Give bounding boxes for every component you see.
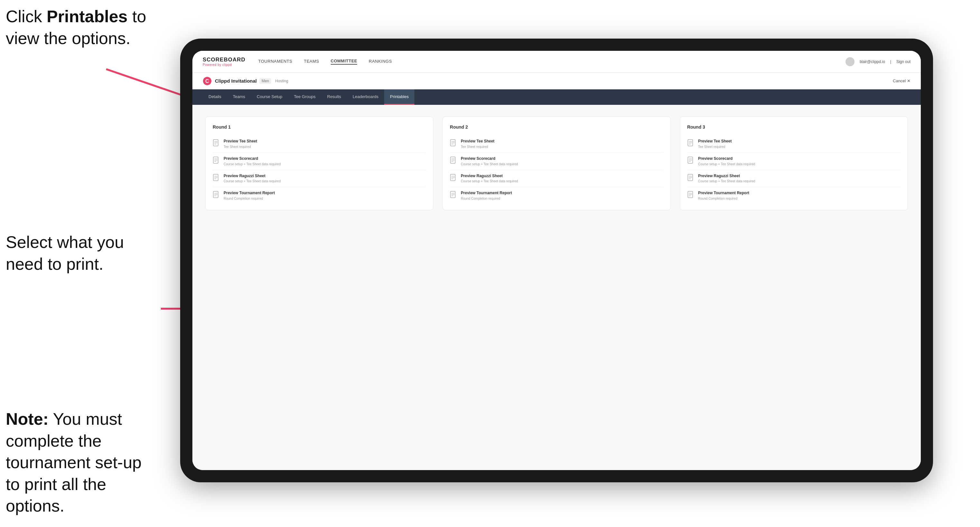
top-nav-links: TOURNAMENTS TEAMS COMMITTEE RANKINGS [258,59,845,65]
pipe-separator: | [890,59,891,64]
r1-report-title: Preview Tournament Report [224,190,275,196]
document-icon [687,191,694,199]
r2-report-title: Preview Tournament Report [461,190,512,196]
nav-teams[interactable]: TEAMS [304,59,319,64]
round-2-col: Round 2 Preview Tee Sheet Tee Sheet requ… [442,116,670,210]
round-2-tee-sheet[interactable]: Preview Tee Sheet Tee Sheet required [450,135,663,153]
note-bold: Note: [6,410,49,428]
round-3-tee-sheet[interactable]: Preview Tee Sheet Tee Sheet required [687,135,900,153]
round-2-raguzzi[interactable]: Preview Raguzzi Sheet Course setup + Tee… [450,170,663,187]
document-icon [450,174,457,182]
round-1-col: Round 1 Preview Tee Sheet Tee Sheet requ… [205,116,433,210]
document-icon [213,157,220,165]
round-3-scorecard[interactable]: Preview Scorecard Course setup + Tee She… [687,153,900,170]
r3-raguzzi-sub: Course setup + Tee Sheet data required [698,179,755,184]
cancel-button[interactable]: Cancel ✕ [893,78,910,83]
brand-title: SCOREBOARD [203,57,245,63]
main-content: Round 1 Preview Tee Sheet Tee Sheet requ… [192,105,921,470]
top-nav-right: blair@clippd.io | Sign out [845,57,910,66]
r3-tee-sub: Tee Sheet required [698,145,732,149]
r1-raguzzi-title: Preview Raguzzi Sheet [224,173,280,179]
tablet-screen: SCOREBOARD Powered by clippd TOURNAMENTS… [192,51,921,470]
round-1-scorecard[interactable]: Preview Scorecard Course setup + Tee She… [213,153,426,170]
round-1-title: Round 1 [213,124,426,130]
tournament-logo-icon: C [203,76,212,86]
annotation-bot: Note: You mustcomplete thetournament set… [6,408,167,517]
round-3-raguzzi[interactable]: Preview Raguzzi Sheet Course setup + Tee… [687,170,900,187]
brand: SCOREBOARD Powered by clippd [203,57,245,67]
r3-raguzzi-title: Preview Raguzzi Sheet [698,173,755,179]
brand-sub: Powered by clippd [203,63,245,67]
tab-teams[interactable]: Teams [227,89,251,105]
r3-report-title: Preview Tournament Report [698,190,749,196]
tab-printables[interactable]: Printables [384,89,414,105]
tab-leaderboards[interactable]: Leaderboards [347,89,384,105]
tab-tee-groups[interactable]: Tee Groups [288,89,321,105]
annotation-top: Click Printables toview the options. [6,6,146,49]
tab-row: Details Teams Course Setup Tee Groups Re… [192,89,921,105]
tournament-badge: Hosting [275,79,288,83]
round-3-tournament-report[interactable]: Preview Tournament Report Round Completi… [687,187,900,204]
svg-text:C: C [205,78,209,84]
r2-report-sub: Round Completion required [461,197,512,201]
user-email: blair@clippd.io [860,59,885,64]
document-icon [450,191,457,199]
r3-scorecard-sub: Course setup + Tee Sheet data required [698,162,755,167]
document-icon [213,139,220,148]
r1-raguzzi-sub: Course setup + Tee Sheet data required [224,179,280,184]
tournament-name: Clippd Invitational [215,78,257,84]
nav-tournaments[interactable]: TOURNAMENTS [258,59,293,64]
rounds-grid: Round 1 Preview Tee Sheet Tee Sheet requ… [205,116,908,210]
document-icon [687,174,694,182]
round-1-tournament-report[interactable]: Preview Tournament Report Round Completi… [213,187,426,204]
tab-results[interactable]: Results [321,89,347,105]
round-3-col: Round 3 Preview Tee Sheet Tee Sheet requ… [680,116,908,210]
tournament-tag: Men [259,78,271,84]
top-nav: SCOREBOARD Powered by clippd TOURNAMENTS… [192,51,921,73]
nav-committee[interactable]: COMMITTEE [331,59,358,65]
round-3-title: Round 3 [687,124,900,130]
r1-scorecard-title: Preview Scorecard [224,156,280,162]
r2-tee-title: Preview Tee Sheet [461,138,495,144]
annotation-mid: Select what youneed to print. [6,232,124,275]
sign-out-link[interactable]: Sign out [896,59,910,64]
document-icon [687,139,694,148]
r1-report-sub: Round Completion required [224,197,275,201]
r2-scorecard-title: Preview Scorecard [461,156,518,162]
r2-raguzzi-title: Preview Raguzzi Sheet [461,173,518,179]
r3-tee-title: Preview Tee Sheet [698,138,732,144]
r3-scorecard-title: Preview Scorecard [698,156,755,162]
nav-rankings[interactable]: RANKINGS [369,59,392,64]
document-icon [213,191,220,199]
round-2-tournament-report[interactable]: Preview Tournament Report Round Completi… [450,187,663,204]
tab-course-setup[interactable]: Course Setup [251,89,288,105]
document-icon [687,157,694,165]
printables-bold: Printables [47,7,127,26]
r3-report-sub: Round Completion required [698,197,749,201]
document-icon [450,139,457,148]
r2-tee-sub: Tee Sheet required [461,145,495,149]
r2-raguzzi-sub: Course setup + Tee Sheet data required [461,179,518,184]
round-1-raguzzi[interactable]: Preview Raguzzi Sheet Course setup + Tee… [213,170,426,187]
r1-tee-title: Preview Tee Sheet [224,138,258,144]
r1-tee-sub: Tee Sheet required [224,145,258,149]
r2-scorecard-sub: Course setup + Tee Sheet data required [461,162,518,167]
user-avatar [845,57,854,66]
round-2-title: Round 2 [450,124,663,130]
tournament-bar: C Clippd Invitational Men Hosting Cancel… [192,73,921,89]
tablet-device: SCOREBOARD Powered by clippd TOURNAMENTS… [180,38,933,482]
tab-details[interactable]: Details [203,89,227,105]
round-1-tee-sheet[interactable]: Preview Tee Sheet Tee Sheet required [213,135,426,153]
r1-scorecard-sub: Course setup + Tee Sheet data required [224,162,280,167]
round-2-scorecard[interactable]: Preview Scorecard Course setup + Tee She… [450,153,663,170]
document-icon [213,174,220,182]
document-icon [450,157,457,165]
